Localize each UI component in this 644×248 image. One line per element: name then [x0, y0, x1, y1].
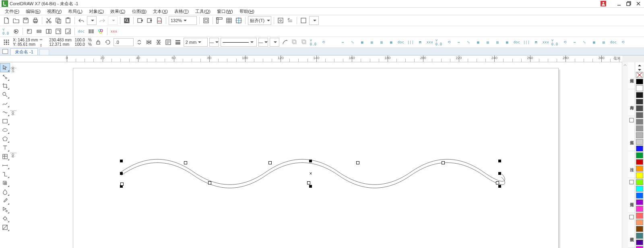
propbar-extra-btn-36[interactable]: ↔ — [570, 38, 579, 47]
palette-swatch[interactable] — [636, 92, 643, 98]
propbar-extra-btn-2[interactable] — [329, 38, 338, 47]
end-arrow-dropdown[interactable]: — — [258, 38, 268, 47]
palette-swatch[interactable] — [636, 206, 643, 212]
app-launcher-button[interactable] — [299, 16, 308, 25]
tool-drop-shadow[interactable] — [0, 179, 10, 187]
propbar-extra-btn-12[interactable]: ||| — [406, 38, 415, 47]
selection-handle-mr[interactable] — [498, 172, 501, 175]
palette-swatch[interactable] — [636, 105, 643, 111]
propbar-extra-btn-21[interactable]: ⤡ — [464, 38, 473, 47]
docker-icon[interactable] — [628, 178, 635, 186]
propbar-extra-btn-38[interactable]: ▦ — [590, 38, 599, 47]
object-origin-button[interactable] — [2, 38, 11, 47]
tool-outline[interactable] — [0, 205, 10, 214]
menu-item[interactable]: 工具(O) — [192, 8, 214, 14]
lock-ratio-button[interactable] — [94, 38, 103, 47]
palette-swatch[interactable] — [636, 246, 643, 248]
selection-handle-br[interactable] — [498, 185, 501, 188]
menu-item[interactable]: 文本(X) — [150, 8, 171, 14]
tool-shape[interactable] — [0, 73, 10, 81]
palette-swatch[interactable] — [636, 159, 643, 165]
palette-swatch[interactable] — [636, 125, 643, 131]
propbar-extra-btn-15[interactable]: xxx — [425, 38, 434, 47]
selection-handle-ml[interactable] — [120, 172, 123, 175]
docker-icon[interactable] — [628, 213, 635, 221]
menu-item[interactable]: 效果(C) — [107, 8, 128, 14]
propbar-extra-btn-41[interactable]: doc — [609, 38, 618, 47]
propbar-extra-btn-23[interactable]: ▤ — [483, 38, 492, 47]
propbar-extra-btn-22[interactable]: ▦ — [474, 38, 483, 47]
palette-swatch[interactable] — [636, 139, 643, 145]
tool-interactive-fill[interactable] — [0, 223, 10, 232]
snap-to-dropdown[interactable]: 贴齐(T) — [248, 16, 271, 25]
macro-btn-2[interactable] — [25, 27, 34, 36]
selection-center-icon[interactable]: × — [309, 171, 312, 176]
selection-handle-tl[interactable] — [120, 160, 123, 162]
palette-swatch[interactable] — [636, 79, 643, 85]
menu-item[interactable]: 位图(B) — [129, 8, 150, 14]
mirror-h-button[interactable] — [144, 38, 153, 47]
propbar-extra-btn-8[interactable]: ▥ — [377, 38, 386, 47]
new-button[interactable] — [2, 16, 11, 25]
propbar-extra-btn-7[interactable]: ▤ — [367, 38, 376, 47]
propbar-extra-btn-31[interactable]: xxx — [541, 38, 550, 47]
restore-button[interactable] — [625, 1, 633, 6]
undo-button[interactable] — [77, 16, 86, 25]
propbar-extra-btn-13[interactable]: ⬒ — [416, 38, 425, 47]
undo-history-dropdown[interactable] — [87, 16, 97, 25]
close-button[interactable] — [634, 1, 642, 6]
open-button[interactable] — [12, 16, 21, 25]
propbar-extra-btn-17[interactable]: v 0.0 — [435, 38, 444, 47]
propbar-extra-btn-11[interactable]: doc — [396, 38, 405, 47]
tool-color-eyedropper[interactable] — [0, 197, 10, 205]
docker-tab[interactable]: 圆角过角 — [628, 186, 635, 213]
redo-history-dropdown[interactable] — [108, 16, 118, 25]
macro-btn-3[interactable] — [35, 27, 43, 36]
docker-tab[interactable]: 文本属性 — [628, 124, 635, 151]
cut-button[interactable] — [44, 16, 53, 25]
tool-pick[interactable] — [0, 63, 10, 72]
macro-xxx-btn[interactable]: xxx — [109, 27, 118, 36]
horizontal-ruler[interactable]: 毫米 0204060801001201401601802002202402602… — [10, 55, 622, 62]
tool-text[interactable] — [0, 143, 10, 152]
selection-handle-tm[interactable] — [309, 160, 312, 162]
tool-ellipse[interactable] — [0, 126, 10, 134]
tool-rectangle[interactable] — [0, 117, 10, 125]
macro-btn-6[interactable] — [64, 27, 72, 36]
propbar-extra-btn-42[interactable]: ⟲ — [619, 38, 627, 47]
palette-swatch-none[interactable] — [636, 72, 643, 78]
macro-barcode-btn[interactable] — [87, 27, 95, 36]
vertical-ruler[interactable]: 1009080 — [10, 62, 17, 248]
propbar-extra-btn-24[interactable]: ▥ — [493, 38, 502, 47]
zoom-level-dropdown[interactable]: 132% — [169, 16, 197, 25]
palette-swatch[interactable] — [636, 112, 643, 118]
tool-freehand[interactable] — [0, 99, 10, 108]
search-content-button[interactable] — [122, 16, 131, 25]
app-launcher-dropdown[interactable] — [309, 16, 319, 25]
redo-button[interactable] — [98, 16, 107, 25]
palette-swatch[interactable] — [636, 152, 643, 158]
propbar-extra-btn-1[interactable]: ⟲ — [319, 38, 328, 47]
rotation-spinner[interactable] — [135, 38, 144, 47]
macro-btn-4[interactable] — [44, 27, 53, 36]
menu-item[interactable]: 文件(F) — [2, 8, 23, 14]
propbar-extra-btn-37[interactable]: ⤡ — [580, 38, 589, 47]
scroll-up-button[interactable] — [622, 62, 628, 68]
tool-zoom[interactable] — [0, 90, 10, 99]
menu-item[interactable]: 编辑(E) — [23, 8, 44, 14]
macro-cmyk-btn[interactable] — [96, 27, 105, 36]
selection-handle-tr[interactable] — [498, 160, 501, 162]
show-rulers-button[interactable] — [215, 16, 224, 25]
minimize-button[interactable] — [615, 1, 623, 6]
paste-button[interactable] — [64, 16, 72, 25]
mirror-v-button[interactable] — [154, 38, 163, 47]
close-curve-button[interactable] — [281, 38, 289, 47]
palette-swatch[interactable] — [636, 186, 643, 192]
to-back-button[interactable] — [300, 38, 309, 47]
tool-fill[interactable] — [0, 214, 10, 223]
show-grid-button[interactable] — [225, 16, 233, 25]
macro-docs-btn[interactable]: doc — [77, 27, 86, 36]
curve-node[interactable] — [120, 182, 124, 186]
tool-dimension[interactable] — [0, 161, 10, 170]
menu-item[interactable]: 视图(V) — [44, 8, 65, 14]
